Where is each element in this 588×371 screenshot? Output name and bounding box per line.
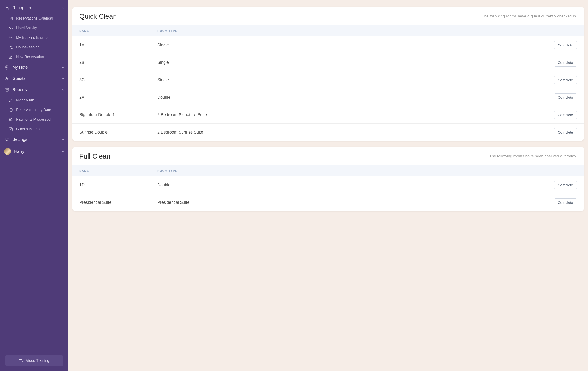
- cell-action: Complete: [531, 93, 577, 101]
- table-row: Sunrise Double2 Bedroom Sunrise SuiteCom…: [73, 124, 584, 141]
- cell-room-type: Single: [157, 60, 531, 65]
- cell-action: Complete: [531, 181, 577, 189]
- table-header: NAME ROOM TYPE: [73, 25, 584, 36]
- table-row: 1DDoubleComplete: [73, 176, 584, 194]
- cell-action: Complete: [531, 128, 577, 136]
- nav-reception[interactable]: Reception: [0, 2, 68, 13]
- table-row: Signature Double 12 Bedroom Signature Su…: [73, 106, 584, 124]
- nav-sub-reservations-calendar[interactable]: Reservations Calendar: [0, 13, 68, 23]
- panel-title: Quick Clean: [79, 12, 117, 20]
- svg-rect-10: [19, 360, 22, 362]
- full-clean-panel: Full Clean The following rooms have been…: [73, 147, 584, 211]
- table-body: 1DDoubleCompletePresidential SuitePresid…: [73, 176, 584, 211]
- nav-my-hotel[interactable]: My Hotel: [0, 62, 68, 73]
- nav-sub-label: Reservations by Date: [16, 108, 51, 112]
- cell-name: Sunrise Double: [79, 130, 157, 135]
- col-room-type: ROOM TYPE: [157, 169, 531, 172]
- cell-action: Complete: [531, 76, 577, 84]
- nav-sub-new-reservation[interactable]: New Reservation: [0, 52, 68, 62]
- nav-sub-guests-in-hotel[interactable]: Guests In Hotel: [0, 124, 68, 134]
- nav-label: Reception: [12, 6, 31, 10]
- complete-button[interactable]: Complete: [554, 181, 577, 189]
- nav-sub-label: Guests In Hotel: [16, 127, 41, 131]
- chevron-down-icon: [62, 138, 64, 141]
- table-row: Presidential SuitePresidential SuiteComp…: [73, 194, 584, 211]
- complete-button[interactable]: Complete: [554, 93, 577, 101]
- nav-sub-night-audit[interactable]: Night Audit: [0, 95, 68, 105]
- clock-icon: [8, 108, 13, 112]
- cursor-click-icon: [8, 36, 13, 40]
- nav-sub-reservations-by-date[interactable]: Reservations by Date: [0, 105, 68, 115]
- table-body: 1ASingleComplete2BSingleComplete3CSingle…: [73, 36, 584, 141]
- nav-sub-label: Night Audit: [16, 98, 34, 102]
- nav-sub-label: My Booking Engine: [16, 36, 48, 40]
- panel-subtitle: The following rooms have a guest current…: [482, 14, 577, 19]
- avatar: [4, 148, 11, 155]
- panel-header: Full Clean The following rooms have been…: [73, 147, 584, 165]
- cell-action: Complete: [531, 59, 577, 66]
- svg-point-9: [8, 138, 9, 139]
- cell-room-type: 2 Bedroom Signature Suite: [157, 112, 531, 117]
- presentation-icon: [4, 88, 10, 92]
- inbox-icon: [8, 26, 13, 30]
- svg-point-8: [6, 140, 7, 141]
- cell-name: 2B: [79, 60, 157, 65]
- nav-sub-label: Reservations Calendar: [16, 16, 53, 21]
- svg-rect-4: [5, 88, 9, 91]
- chevron-up-icon: [62, 89, 64, 91]
- cell-name: 2A: [79, 95, 157, 100]
- cell-room-type: Single: [157, 78, 531, 82]
- complete-button[interactable]: Complete: [554, 111, 577, 119]
- complete-button[interactable]: Complete: [554, 128, 577, 136]
- panel-header: Quick Clean The following rooms have a g…: [73, 7, 584, 25]
- table-header: NAME ROOM TYPE: [73, 165, 584, 176]
- cell-name: 3C: [79, 78, 157, 82]
- nav-sub-label: Payments Processed: [16, 117, 51, 122]
- table-row: 3CSingleComplete: [73, 71, 584, 89]
- svg-point-2: [6, 77, 7, 79]
- chevron-down-icon: [62, 150, 64, 153]
- nav-sub-hotel-activity[interactable]: Hotel Activity: [0, 23, 68, 33]
- nav-sub-label: Hotel Activity: [16, 26, 37, 30]
- cell-room-type: Double: [157, 95, 531, 100]
- complete-button[interactable]: Complete: [554, 76, 577, 84]
- complete-button[interactable]: Complete: [554, 59, 577, 66]
- panel-title: Full Clean: [79, 152, 110, 160]
- sliders-icon: [4, 138, 10, 142]
- calendar-icon: [8, 16, 13, 21]
- cell-name: 1D: [79, 183, 157, 187]
- cell-name: 1A: [79, 43, 157, 47]
- panel-subtitle: The following rooms have been checked ou…: [489, 154, 577, 159]
- col-room-type: ROOM TYPE: [157, 29, 531, 32]
- svg-point-7: [5, 138, 6, 139]
- bank-icon: [8, 117, 13, 122]
- table-row: 2ADoubleComplete: [73, 89, 584, 106]
- svg-rect-6: [9, 127, 12, 131]
- table-row: 2BSingleComplete: [73, 54, 584, 71]
- user-menu[interactable]: Harry: [0, 145, 68, 158]
- cell-room-type: Single: [157, 43, 531, 47]
- nav-label: Guests: [12, 76, 25, 81]
- nav-label: My Hotel: [12, 65, 29, 70]
- complete-button[interactable]: Complete: [554, 199, 577, 206]
- col-name: NAME: [79, 169, 157, 172]
- nav-sub-payments-processed[interactable]: Payments Processed: [0, 115, 68, 124]
- sidebar-footer: Video Training: [0, 352, 68, 371]
- sidebar: Reception Reservations Calendar Hotel Ac…: [0, 0, 68, 371]
- nav-sub-label: Housekeeping: [16, 45, 40, 49]
- table-row: 1ASingleComplete: [73, 36, 584, 54]
- pin-icon: [8, 98, 13, 102]
- video-icon: [19, 359, 24, 362]
- complete-button[interactable]: Complete: [554, 41, 577, 49]
- nav-sub-housekeeping[interactable]: Housekeeping: [0, 42, 68, 52]
- nav-settings[interactable]: Settings: [0, 134, 68, 145]
- svg-point-1: [6, 66, 8, 67]
- cell-action: Complete: [531, 111, 577, 119]
- col-name: NAME: [79, 29, 157, 32]
- nav-guests[interactable]: Guests: [0, 73, 68, 84]
- nav-sub-my-booking-engine[interactable]: My Booking Engine: [0, 33, 68, 42]
- quick-clean-panel: Quick Clean The following rooms have a g…: [73, 7, 584, 141]
- video-training-button[interactable]: Video Training: [5, 355, 63, 366]
- user-name: Harry: [14, 149, 24, 154]
- nav-reports[interactable]: Reports: [0, 84, 68, 95]
